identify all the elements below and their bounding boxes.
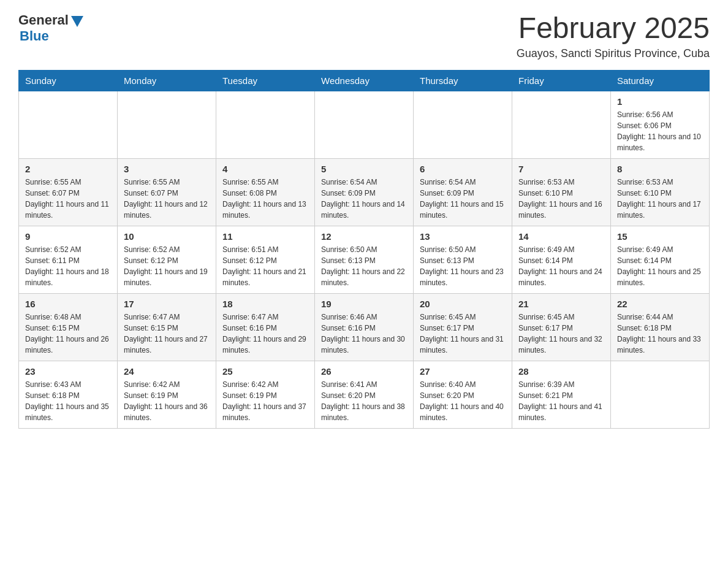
day-info: Sunrise: 6:55 AMSunset: 6:07 PMDaylight:…: [25, 177, 111, 221]
day-number: 9: [25, 231, 111, 242]
month-title: February 2025: [517, 12, 710, 45]
table-row: 9Sunrise: 6:52 AMSunset: 6:11 PMDaylight…: [19, 226, 118, 293]
day-number: 23: [25, 366, 111, 377]
table-row: [611, 361, 710, 428]
day-number: 17: [124, 299, 210, 309]
table-row: [216, 91, 315, 158]
day-number: 2: [25, 164, 111, 174]
day-number: 19: [321, 299, 407, 309]
table-row: 18Sunrise: 6:47 AMSunset: 6:16 PMDayligh…: [216, 293, 315, 361]
logo-blue-text: Blue: [20, 28, 49, 44]
table-row: 2Sunrise: 6:55 AMSunset: 6:07 PMDaylight…: [19, 158, 118, 226]
day-number: 18: [222, 299, 308, 309]
day-number: 25: [222, 366, 308, 377]
table-row: [512, 91, 611, 158]
calendar-table: Sunday Monday Tuesday Wednesday Thursday…: [18, 70, 710, 429]
header-wednesday: Wednesday: [315, 70, 414, 91]
header-monday: Monday: [118, 70, 216, 91]
day-number: 14: [518, 231, 604, 242]
header-friday: Friday: [512, 70, 611, 91]
day-number: 24: [124, 366, 210, 377]
day-info: Sunrise: 6:45 AMSunset: 6:17 PMDaylight:…: [420, 312, 506, 356]
table-row: 19Sunrise: 6:46 AMSunset: 6:16 PMDayligh…: [315, 293, 414, 361]
table-row: 24Sunrise: 6:42 AMSunset: 6:19 PMDayligh…: [118, 361, 216, 428]
day-number: 7: [518, 164, 604, 174]
location-text: Guayos, Sancti Spiritus Province, Cuba: [517, 47, 710, 60]
day-info: Sunrise: 6:53 AMSunset: 6:10 PMDaylight:…: [518, 177, 604, 221]
day-info: Sunrise: 6:53 AMSunset: 6:10 PMDaylight:…: [617, 177, 703, 221]
day-info: Sunrise: 6:47 AMSunset: 6:15 PMDaylight:…: [124, 312, 210, 356]
table-row: 16Sunrise: 6:48 AMSunset: 6:15 PMDayligh…: [19, 293, 118, 361]
day-info: Sunrise: 6:43 AMSunset: 6:18 PMDaylight:…: [25, 379, 111, 423]
calendar-week-row: 1Sunrise: 6:56 AMSunset: 6:06 PMDaylight…: [19, 91, 710, 158]
table-row: 7Sunrise: 6:53 AMSunset: 6:10 PMDaylight…: [512, 158, 611, 226]
header-tuesday: Tuesday: [216, 70, 315, 91]
table-row: [19, 91, 118, 158]
logo: General Blue: [18, 12, 83, 44]
calendar-week-row: 9Sunrise: 6:52 AMSunset: 6:11 PMDaylight…: [19, 226, 710, 293]
day-number: 4: [222, 164, 308, 174]
day-info: Sunrise: 6:55 AMSunset: 6:08 PMDaylight:…: [222, 177, 308, 221]
day-number: 21: [518, 299, 604, 309]
table-row: 21Sunrise: 6:45 AMSunset: 6:17 PMDayligh…: [512, 293, 611, 361]
day-number: 5: [321, 164, 407, 174]
table-row: 4Sunrise: 6:55 AMSunset: 6:08 PMDaylight…: [216, 158, 315, 226]
day-info: Sunrise: 6:50 AMSunset: 6:13 PMDaylight:…: [321, 244, 407, 288]
day-number: 1: [617, 96, 703, 107]
calendar-week-row: 2Sunrise: 6:55 AMSunset: 6:07 PMDaylight…: [19, 158, 710, 226]
day-info: Sunrise: 6:39 AMSunset: 6:21 PMDaylight:…: [518, 379, 604, 423]
table-row: 1Sunrise: 6:56 AMSunset: 6:06 PMDaylight…: [611, 91, 710, 158]
day-info: Sunrise: 6:50 AMSunset: 6:13 PMDaylight:…: [420, 244, 506, 288]
day-number: 13: [420, 231, 506, 242]
day-info: Sunrise: 6:41 AMSunset: 6:20 PMDaylight:…: [321, 379, 407, 423]
table-row: 27Sunrise: 6:40 AMSunset: 6:20 PMDayligh…: [414, 361, 512, 428]
day-number: 16: [25, 299, 111, 309]
day-info: Sunrise: 6:42 AMSunset: 6:19 PMDaylight:…: [124, 379, 210, 423]
table-row: 26Sunrise: 6:41 AMSunset: 6:20 PMDayligh…: [315, 361, 414, 428]
day-number: 10: [124, 231, 210, 242]
day-info: Sunrise: 6:40 AMSunset: 6:20 PMDaylight:…: [420, 379, 506, 423]
day-info: Sunrise: 6:52 AMSunset: 6:11 PMDaylight:…: [25, 244, 111, 288]
day-info: Sunrise: 6:46 AMSunset: 6:16 PMDaylight:…: [321, 312, 407, 356]
day-info: Sunrise: 6:48 AMSunset: 6:15 PMDaylight:…: [25, 312, 111, 356]
day-number: 6: [420, 164, 506, 174]
table-row: 20Sunrise: 6:45 AMSunset: 6:17 PMDayligh…: [414, 293, 512, 361]
day-info: Sunrise: 6:42 AMSunset: 6:19 PMDaylight:…: [222, 379, 308, 423]
day-number: 3: [124, 164, 210, 174]
day-number: 27: [420, 366, 506, 377]
table-row: 6Sunrise: 6:54 AMSunset: 6:09 PMDaylight…: [414, 158, 512, 226]
day-info: Sunrise: 6:54 AMSunset: 6:09 PMDaylight:…: [420, 177, 506, 221]
table-row: 13Sunrise: 6:50 AMSunset: 6:13 PMDayligh…: [414, 226, 512, 293]
table-row: 28Sunrise: 6:39 AMSunset: 6:21 PMDayligh…: [512, 361, 611, 428]
table-row: 25Sunrise: 6:42 AMSunset: 6:19 PMDayligh…: [216, 361, 315, 428]
table-row: 17Sunrise: 6:47 AMSunset: 6:15 PMDayligh…: [118, 293, 216, 361]
day-info: Sunrise: 6:47 AMSunset: 6:16 PMDaylight:…: [222, 312, 308, 356]
table-row: 11Sunrise: 6:51 AMSunset: 6:12 PMDayligh…: [216, 226, 315, 293]
day-info: Sunrise: 6:51 AMSunset: 6:12 PMDaylight:…: [222, 244, 308, 288]
day-number: 12: [321, 231, 407, 242]
day-info: Sunrise: 6:54 AMSunset: 6:09 PMDaylight:…: [321, 177, 407, 221]
table-row: 5Sunrise: 6:54 AMSunset: 6:09 PMDaylight…: [315, 158, 414, 226]
table-row: 12Sunrise: 6:50 AMSunset: 6:13 PMDayligh…: [315, 226, 414, 293]
day-number: 20: [420, 299, 506, 309]
day-number: 28: [518, 366, 604, 377]
day-number: 15: [617, 231, 703, 242]
header-thursday: Thursday: [414, 70, 512, 91]
day-info: Sunrise: 6:55 AMSunset: 6:07 PMDaylight:…: [124, 177, 210, 221]
table-row: 3Sunrise: 6:55 AMSunset: 6:07 PMDaylight…: [118, 158, 216, 226]
table-row: 22Sunrise: 6:44 AMSunset: 6:18 PMDayligh…: [611, 293, 710, 361]
page-header: General Blue February 2025 Guayos, Sanct…: [18, 12, 710, 60]
table-row: [118, 91, 216, 158]
day-number: 22: [617, 299, 703, 309]
logo-general-text: General: [18, 12, 69, 28]
day-number: 26: [321, 366, 407, 377]
day-info: Sunrise: 6:49 AMSunset: 6:14 PMDaylight:…: [518, 244, 604, 288]
calendar-week-row: 23Sunrise: 6:43 AMSunset: 6:18 PMDayligh…: [19, 361, 710, 428]
logo-triangle-icon: [71, 16, 83, 27]
table-row: 23Sunrise: 6:43 AMSunset: 6:18 PMDayligh…: [19, 361, 118, 428]
calendar-week-row: 16Sunrise: 6:48 AMSunset: 6:15 PMDayligh…: [19, 293, 710, 361]
table-row: 10Sunrise: 6:52 AMSunset: 6:12 PMDayligh…: [118, 226, 216, 293]
title-area: February 2025 Guayos, Sancti Spiritus Pr…: [517, 12, 710, 60]
day-info: Sunrise: 6:44 AMSunset: 6:18 PMDaylight:…: [617, 312, 703, 356]
day-number: 8: [617, 164, 703, 174]
